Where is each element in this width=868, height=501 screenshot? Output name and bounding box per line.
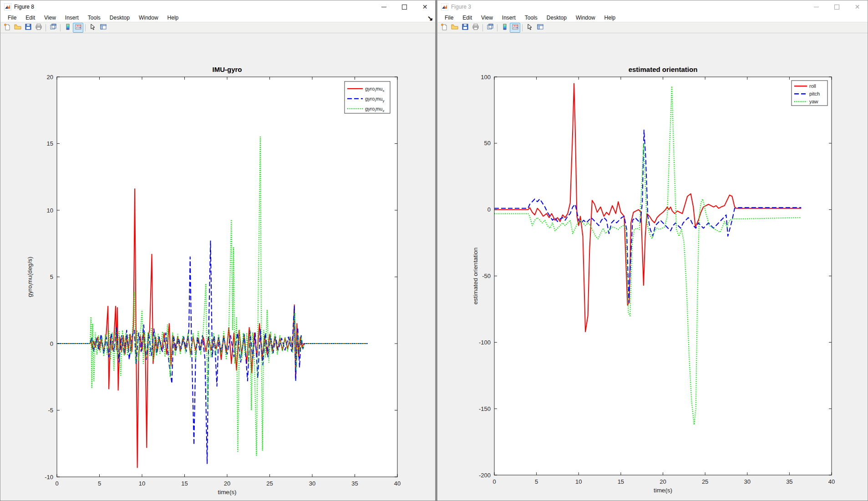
edit-plot-button[interactable]: [87, 23, 98, 33]
svg-text:0: 0: [492, 478, 496, 485]
copy-figure-button[interactable]: [48, 23, 58, 33]
svg-text:-200: -200: [479, 472, 491, 479]
maximize-button[interactable]: [827, 0, 847, 13]
print-figure-button[interactable]: [470, 23, 481, 33]
svg-text:100: 100: [481, 74, 491, 81]
figure-canvas: 0510152025303540-10-505101520IMU-gyrotim…: [0, 33, 435, 501]
open-file-button[interactable]: [12, 23, 23, 33]
svg-text:-50: -50: [482, 273, 491, 279]
svg-text:time(s): time(s): [654, 487, 672, 494]
svg-text:-10: -10: [45, 474, 53, 481]
svg-text:15: 15: [47, 140, 53, 147]
figure-window-3: Figure 3 ✕ FileEditViewInsertToolsDeskto…: [437, 0, 868, 500]
minimize-icon: [381, 7, 386, 7]
plot-tools-button[interactable]: [535, 23, 545, 33]
close-icon: ✕: [422, 4, 428, 10]
menu-item-file[interactable]: File: [440, 14, 458, 22]
save-figure-icon: [462, 23, 469, 32]
save-figure-button[interactable]: [460, 23, 470, 33]
save-figure-icon: [25, 23, 32, 32]
menu-item-tools[interactable]: Tools: [83, 14, 105, 22]
svg-text:yaw: yaw: [809, 99, 818, 104]
svg-text:pitch: pitch: [809, 91, 820, 96]
menu-item-help[interactable]: Help: [600, 14, 620, 22]
menu-item-window[interactable]: Window: [571, 14, 600, 22]
svg-text:roll: roll: [809, 83, 816, 89]
minimize-button[interactable]: [806, 0, 827, 13]
open-file-icon: [14, 23, 21, 32]
svg-text:15: 15: [618, 478, 624, 485]
menubar: FileEditViewInsertToolsDesktopWindowHelp: [0, 13, 435, 22]
figure-canvas: 0510152025303540-200-150-100-50050100est…: [437, 33, 868, 501]
svg-text:20: 20: [224, 480, 230, 487]
close-button[interactable]: ✕: [415, 0, 435, 13]
copy-figure-button[interactable]: [485, 23, 495, 33]
insert-legend-icon: [75, 23, 82, 32]
desktop: Figure 8 ✕ FileEditViewInsertToolsDeskto…: [0, 0, 868, 501]
svg-text:0: 0: [487, 206, 491, 213]
titlebar[interactable]: Figure 3 ✕: [437, 0, 868, 13]
figure-window-8: Figure 8 ✕ FileEditViewInsertToolsDeskto…: [0, 0, 436, 500]
svg-text:15: 15: [181, 480, 188, 487]
matlab-logo-icon: [4, 3, 11, 10]
print-figure-button[interactable]: [33, 23, 44, 33]
svg-text:20: 20: [660, 478, 666, 485]
menu-item-view[interactable]: View: [40, 14, 61, 22]
open-file-icon: [451, 23, 458, 32]
menu-item-desktop[interactable]: Desktop: [105, 14, 134, 22]
svg-text:20: 20: [47, 74, 53, 81]
edit-plot-icon: [526, 23, 533, 32]
new-figure-button[interactable]: [439, 23, 449, 33]
svg-text:-5: -5: [48, 407, 53, 414]
menu-item-edit[interactable]: Edit: [458, 14, 477, 22]
svg-text:estimated orientation: estimated orientation: [472, 248, 479, 304]
new-figure-icon: [4, 23, 11, 32]
maximize-button[interactable]: [394, 0, 415, 13]
maximize-icon: [834, 5, 839, 10]
mouse-cursor-icon: ↘: [427, 14, 433, 22]
menu-item-file[interactable]: File: [3, 14, 21, 22]
new-figure-button[interactable]: [2, 23, 12, 33]
plot-tools-icon: [537, 23, 544, 32]
toolbar-separator: [46, 24, 46, 31]
svg-text:10: 10: [575, 478, 582, 485]
svg-text:time(s): time(s): [218, 489, 236, 496]
toolbar-separator: [482, 24, 483, 31]
insert-colorbar-icon: [64, 23, 71, 32]
close-button[interactable]: ✕: [847, 0, 868, 13]
svg-text:5: 5: [50, 273, 53, 280]
save-figure-button[interactable]: [23, 23, 33, 33]
menu-item-tools[interactable]: Tools: [520, 14, 542, 22]
menu-item-window[interactable]: Window: [134, 14, 163, 22]
plot-tools-icon: [100, 23, 107, 32]
insert-colorbar-button[interactable]: [62, 23, 73, 33]
svg-text:50: 50: [484, 140, 491, 147]
minimize-button[interactable]: [374, 0, 394, 13]
open-file-button[interactable]: [449, 23, 460, 33]
titlebar[interactable]: Figure 8 ✕: [0, 0, 435, 13]
plot-tools-button[interactable]: [98, 23, 108, 33]
svg-text:40: 40: [828, 478, 835, 485]
window-title: Figure 8: [14, 4, 34, 10]
matlab-logo-icon: [441, 3, 448, 10]
menu-item-desktop[interactable]: Desktop: [542, 14, 571, 22]
svg-text:30: 30: [309, 480, 315, 487]
minimize-icon: [814, 7, 819, 7]
menu-item-view[interactable]: View: [477, 14, 497, 22]
svg-text:0: 0: [55, 480, 58, 487]
insert-colorbar-button[interactable]: [499, 23, 510, 33]
menu-item-help[interactable]: Help: [163, 14, 183, 22]
svg-text:25: 25: [266, 480, 273, 487]
svg-text:-150: -150: [479, 405, 491, 412]
estimated-orientation-chart: 0510152025303540-200-150-100-50050100est…: [437, 33, 868, 501]
svg-text:10: 10: [139, 480, 145, 487]
insert-legend-button[interactable]: [510, 23, 520, 33]
edit-plot-button[interactable]: [524, 23, 535, 33]
menu-item-insert[interactable]: Insert: [497, 14, 520, 22]
menu-item-edit[interactable]: Edit: [21, 14, 40, 22]
print-figure-icon: [35, 23, 42, 32]
menu-item-insert[interactable]: Insert: [61, 14, 83, 22]
toolbar: [0, 22, 435, 33]
toolbar: [437, 22, 868, 33]
insert-legend-button[interactable]: [73, 23, 83, 33]
